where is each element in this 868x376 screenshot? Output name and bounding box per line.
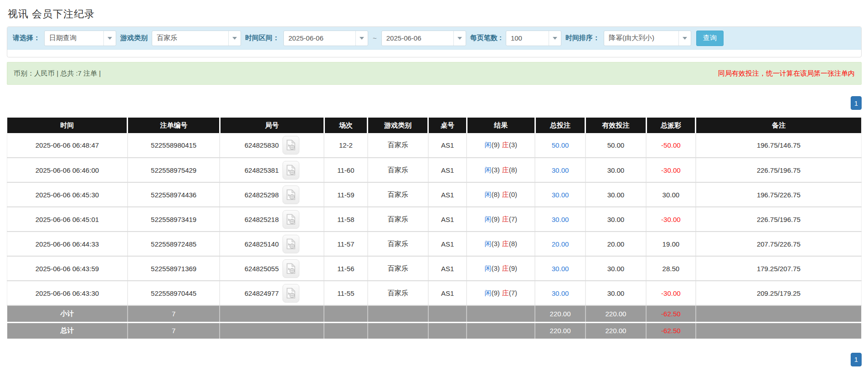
table-row: 2025-06-06 06:48:47 522558980415 6248258… — [7, 133, 862, 158]
caret-down-icon[interactable] — [103, 31, 116, 46]
col-header-table-no: 桌号 — [428, 118, 467, 133]
video-file-icon — [286, 238, 296, 250]
total-bet-link[interactable]: 50.00 — [552, 141, 569, 149]
valid-bet: 20.00 — [586, 232, 646, 256]
col-header-total-bet: 总投注 — [535, 118, 586, 133]
game-type: 百家乐 — [368, 281, 428, 305]
bet-time: 2025-06-06 06:46:00 — [7, 158, 128, 182]
session-no: 11-56 — [324, 256, 368, 281]
session-no: 12-2 — [324, 133, 368, 158]
video-file-icon — [286, 288, 296, 299]
sort-order-value: 降幂(由大到小) — [604, 34, 678, 42]
col-header-result: 结果 — [467, 118, 535, 133]
search-button[interactable]: 查询 — [696, 31, 724, 46]
caret-down-icon[interactable] — [678, 31, 691, 46]
remark: 196.75/226.75 — [696, 182, 862, 207]
round-id: 624824977 — [245, 289, 279, 297]
result-player-points: (9) — [491, 289, 499, 297]
game-type-select[interactable]: 百家乐 — [152, 31, 241, 46]
round-cell: 624825140 — [220, 232, 324, 256]
date-from-select[interactable]: 2025-06-06 — [283, 31, 368, 46]
video-replay-button[interactable] — [282, 235, 299, 253]
game-type: 百家乐 — [368, 207, 428, 232]
remark: 179.25/207.75 — [696, 256, 862, 281]
table-row: 2025-06-06 06:45:30 522558974436 6248252… — [7, 182, 862, 207]
subtotal-row: 小计 7 220.00 220.00 -62.50 — [7, 305, 862, 322]
page-size-select[interactable]: 100 — [506, 31, 561, 46]
page-size-label: 每页笔数 : — [470, 34, 502, 42]
filter-toolbar: 请选择： 日期查询 游戏类别 百家乐 时间区间： 2025-06-06 ~ 20… — [7, 27, 861, 50]
result-banker-points: (7) — [509, 289, 517, 297]
sort-order-select[interactable]: 降幂(由大到小) — [604, 31, 691, 46]
caret-down-icon[interactable] — [228, 31, 241, 46]
total-bet-link[interactable]: 30.00 — [552, 216, 569, 223]
bet-time: 2025-06-06 06:43:59 — [7, 256, 128, 281]
video-file-icon — [286, 189, 296, 201]
pagination-page-1[interactable]: 1 — [851, 353, 862, 366]
subtotal-total-bet: 220.00 — [535, 305, 586, 322]
valid-bet: 30.00 — [586, 281, 646, 305]
total-total-bet: 220.00 — [535, 322, 586, 339]
bet-time: 2025-06-06 06:43:30 — [7, 281, 128, 305]
video-replay-button[interactable] — [282, 161, 299, 180]
round-cell: 624825298 — [220, 182, 324, 207]
payout: 19.00 — [646, 232, 696, 256]
date-from-value: 2025-06-06 — [284, 34, 355, 42]
valid-bet: 50.00 — [586, 133, 646, 158]
total-bet-link[interactable]: 20.00 — [552, 240, 569, 248]
result-banker-label: 庄 — [502, 191, 509, 198]
result-cell: 闲(9)庄(7) — [467, 281, 535, 305]
result-player-label: 闲 — [484, 215, 491, 223]
result-cell: 闲(3)庄(8) — [467, 232, 535, 256]
result-player-points: (8) — [491, 191, 499, 198]
video-replay-button[interactable] — [282, 284, 299, 303]
result-cell: 闲(8)庄(0) — [467, 182, 535, 207]
video-replay-button[interactable] — [282, 210, 299, 229]
caret-down-icon[interactable] — [453, 31, 466, 46]
total-count: 7 — [128, 322, 220, 339]
total-payout: -62.50 — [646, 322, 696, 339]
result-player-points: (3) — [491, 264, 499, 272]
query-type-select[interactable]: 日期查询 — [44, 31, 116, 46]
caret-down-icon[interactable] — [355, 31, 368, 46]
result-player-label: 闲 — [484, 264, 491, 272]
subtotal-label: 小计 — [7, 305, 128, 322]
table-no: AS1 — [428, 133, 467, 158]
round-id: 624825055 — [245, 265, 279, 273]
total-bet-link[interactable]: 30.00 — [552, 289, 569, 297]
bet-time: 2025-06-06 06:44:33 — [7, 232, 128, 256]
result-player-label: 闲 — [484, 289, 491, 297]
table-no: AS1 — [428, 182, 467, 207]
round-id: 624825298 — [245, 191, 279, 199]
payout: 30.00 — [646, 182, 696, 207]
total-bet-link[interactable]: 30.00 — [552, 265, 569, 273]
col-header-payout: 总派彩 — [646, 118, 696, 133]
video-replay-button[interactable] — [282, 259, 299, 278]
game-type: 百家乐 — [368, 182, 428, 207]
table-row: 2025-06-06 06:43:30 522558970445 6248249… — [7, 281, 862, 305]
pagination-bottom: 1 — [7, 353, 862, 366]
table-row: 2025-06-06 06:45:01 522558973419 6248252… — [7, 207, 862, 232]
video-file-icon — [286, 263, 296, 274]
caret-down-icon[interactable] — [549, 31, 561, 46]
video-replay-button[interactable] — [282, 136, 299, 155]
bet-time: 2025-06-06 06:45:30 — [7, 182, 128, 207]
result-banker-label: 庄 — [502, 264, 509, 272]
date-to-value: 2025-06-06 — [382, 34, 453, 42]
filter-panel: 请选择： 日期查询 游戏类别 百家乐 时间区间： 2025-06-06 ~ 20… — [7, 26, 862, 57]
col-header-bet-id: 注单编号 — [128, 118, 220, 133]
result-cell: 闲(3)庄(9) — [467, 256, 535, 281]
total-bet-link[interactable]: 30.00 — [552, 191, 569, 199]
valid-bet: 30.00 — [586, 182, 646, 207]
video-replay-button[interactable] — [282, 185, 299, 204]
result-banker-label: 庄 — [502, 289, 509, 297]
round-id: 624825381 — [245, 166, 279, 174]
result-banker-label: 庄 — [502, 240, 509, 247]
total-bet-link[interactable]: 30.00 — [552, 166, 569, 174]
valid-bet: 30.00 — [586, 158, 646, 182]
pagination-page-1[interactable]: 1 — [851, 96, 862, 110]
bet-id: 522558970445 — [128, 281, 220, 305]
page-size-value: 100 — [506, 34, 549, 42]
col-header-game-type: 游戏类别 — [368, 118, 428, 133]
date-to-select[interactable]: 2025-06-06 — [381, 31, 466, 46]
